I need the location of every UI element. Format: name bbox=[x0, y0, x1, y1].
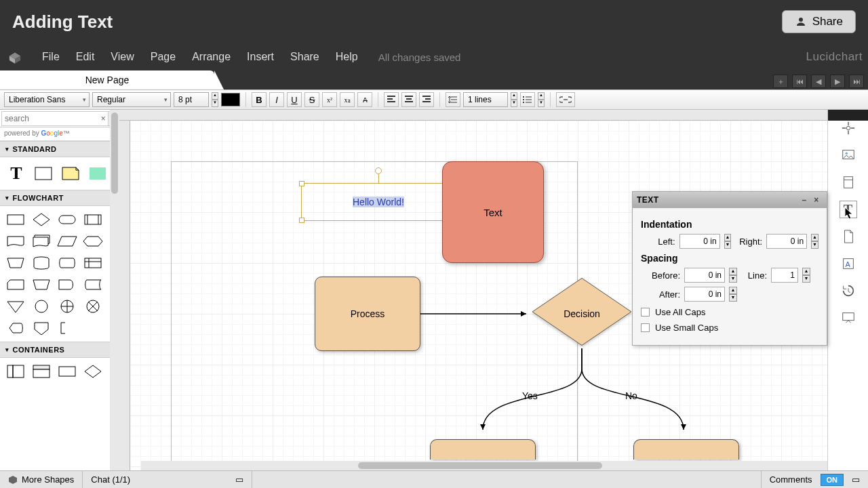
node-process[interactable]: Process bbox=[315, 277, 420, 351]
shape-fc-display[interactable] bbox=[4, 319, 27, 338]
menu-view[interactable]: View bbox=[102, 51, 142, 63]
shape-cont-1[interactable] bbox=[4, 362, 27, 381]
edge-label-yes[interactable]: Yes bbox=[522, 390, 538, 401]
line-height-stepper[interactable]: ▲▼ bbox=[511, 92, 517, 107]
align-right-button[interactable] bbox=[419, 92, 434, 107]
line-height-input[interactable]: 1 lines bbox=[463, 92, 508, 107]
spacing-line-stepper[interactable]: ▲▼ bbox=[802, 268, 810, 283]
text-color-swatch[interactable] bbox=[221, 93, 240, 106]
italic-button[interactable]: I bbox=[269, 92, 284, 107]
left-scrollbar[interactable] bbox=[110, 110, 119, 470]
strike-button[interactable]: S bbox=[304, 92, 319, 107]
align-left-button[interactable] bbox=[384, 92, 399, 107]
shape-block[interactable] bbox=[85, 161, 110, 186]
spacing-before-stepper[interactable]: ▲▼ bbox=[729, 268, 737, 283]
resize-handle-nw[interactable] bbox=[299, 181, 304, 186]
menu-insert[interactable]: Insert bbox=[239, 51, 282, 63]
shape-fc-directdata[interactable] bbox=[56, 253, 79, 272]
shape-fc-or[interactable] bbox=[56, 297, 79, 316]
smallcaps-checkbox[interactable]: Use Small Caps bbox=[641, 323, 818, 333]
shape-text-tool[interactable]: T bbox=[4, 161, 28, 186]
menu-file[interactable]: File bbox=[34, 51, 68, 63]
list-stepper[interactable]: ▲▼ bbox=[538, 92, 545, 107]
shape-fc-card[interactable] bbox=[4, 275, 27, 294]
shape-fc-connector[interactable] bbox=[30, 297, 53, 316]
category-standard[interactable]: STANDARD bbox=[0, 141, 119, 157]
page-settings-icon[interactable] bbox=[840, 174, 857, 191]
shape-fc-merge[interactable] bbox=[4, 297, 27, 316]
page-icon[interactable] bbox=[840, 228, 857, 245]
indent-right-input[interactable] bbox=[766, 234, 807, 249]
rotate-handle[interactable] bbox=[375, 167, 382, 174]
list-button[interactable] bbox=[520, 92, 535, 107]
menu-share[interactable]: Share bbox=[282, 51, 328, 63]
category-flowchart[interactable]: FLOWCHART bbox=[0, 190, 119, 206]
font-weight-select[interactable]: Regular▾ bbox=[92, 92, 171, 107]
share-button[interactable]: Share bbox=[782, 10, 856, 33]
edge-decision-branches[interactable] bbox=[422, 348, 707, 450]
edge-label-no[interactable]: No bbox=[625, 390, 637, 401]
shape-fc-predef[interactable] bbox=[81, 210, 104, 229]
history-icon[interactable] bbox=[840, 282, 857, 300]
add-page-button[interactable]: ＋ bbox=[773, 75, 788, 88]
node-result-yes[interactable] bbox=[430, 439, 536, 460]
shape-fc-database[interactable] bbox=[30, 253, 53, 272]
indent-left-stepper[interactable]: ▲▼ bbox=[724, 234, 732, 249]
shape-fc-document[interactable] bbox=[4, 232, 27, 251]
shape-fc-stored[interactable] bbox=[81, 275, 104, 294]
superscript-button[interactable]: x² bbox=[322, 92, 337, 107]
shape-search-input[interactable] bbox=[1, 111, 110, 126]
bold-button[interactable]: B bbox=[252, 92, 267, 107]
font-family-select[interactable]: Liberation Sans▾ bbox=[4, 92, 90, 107]
shape-fc-data[interactable] bbox=[56, 232, 79, 251]
shape-fc-annotation[interactable] bbox=[56, 319, 79, 338]
indent-right-stepper[interactable]: ▲▼ bbox=[811, 234, 818, 249]
nav-first-icon[interactable]: ⏮ bbox=[792, 75, 807, 88]
edge-process-decision[interactable] bbox=[420, 310, 536, 317]
shape-fc-manual[interactable] bbox=[4, 253, 27, 272]
comments-expand-icon[interactable]: ▭ bbox=[852, 474, 860, 485]
shape-note[interactable] bbox=[58, 161, 83, 186]
font-size-stepper[interactable]: ▲▼ bbox=[212, 92, 218, 107]
node-text-red[interactable]: Text bbox=[442, 161, 544, 263]
indent-left-input[interactable] bbox=[679, 234, 720, 249]
text-properties-panel[interactable]: TEXT – × Indentation Left: ▲▼ Right: ▲▼ … bbox=[632, 191, 827, 346]
navigator-icon[interactable] bbox=[840, 119, 857, 137]
chat-section[interactable]: Chat (1/1) ▭ bbox=[83, 471, 252, 488]
panel-minimize-icon[interactable]: – bbox=[798, 195, 810, 205]
shape-fc-offpage[interactable] bbox=[30, 319, 53, 338]
node-decision[interactable]: Decision bbox=[528, 277, 636, 351]
spacing-line-input[interactable] bbox=[771, 268, 798, 283]
category-containers[interactable]: CONTAINERS bbox=[0, 342, 119, 358]
shape-fc-process[interactable] bbox=[4, 210, 27, 229]
spacing-after-stepper[interactable]: ▲▼ bbox=[729, 287, 737, 302]
more-shapes-button[interactable]: More Shapes bbox=[0, 471, 83, 488]
menu-help[interactable]: Help bbox=[328, 51, 366, 63]
shape-fc-sum[interactable] bbox=[81, 297, 104, 316]
text-panel-icon[interactable]: T bbox=[840, 201, 857, 218]
allcaps-checkbox[interactable]: Use All Caps bbox=[641, 307, 818, 317]
shape-rect[interactable] bbox=[31, 161, 56, 186]
nav-next-icon[interactable]: ▶ bbox=[830, 75, 845, 88]
clear-format-button[interactable]: A̶ bbox=[357, 92, 372, 107]
link-button[interactable] bbox=[556, 92, 575, 107]
menu-arrange[interactable]: Arrange bbox=[184, 51, 239, 63]
canvas-h-scrollbar[interactable] bbox=[141, 461, 868, 470]
menu-edit[interactable]: Edit bbox=[68, 51, 103, 63]
spacing-before-input[interactable] bbox=[684, 268, 725, 283]
image-icon[interactable] bbox=[840, 146, 857, 164]
shape-fc-prep[interactable] bbox=[81, 232, 104, 251]
shape-fc-internal[interactable] bbox=[81, 253, 104, 272]
shape-cont-3[interactable] bbox=[56, 362, 79, 381]
shape-cont-2[interactable] bbox=[30, 362, 53, 381]
shape-cont-4[interactable] bbox=[81, 362, 104, 381]
spacing-after-input[interactable] bbox=[684, 287, 725, 302]
present-icon[interactable] bbox=[840, 309, 857, 327]
shape-fc-decision[interactable] bbox=[30, 210, 53, 229]
subscript-button[interactable]: x₂ bbox=[340, 92, 355, 107]
shape-fc-delay[interactable] bbox=[56, 275, 79, 294]
shape-fc-manualop[interactable] bbox=[30, 275, 53, 294]
nav-last-icon[interactable]: ⏭ bbox=[849, 75, 864, 88]
nav-prev-icon[interactable]: ◀ bbox=[811, 75, 826, 88]
comments-toggle[interactable]: ON bbox=[821, 474, 844, 486]
